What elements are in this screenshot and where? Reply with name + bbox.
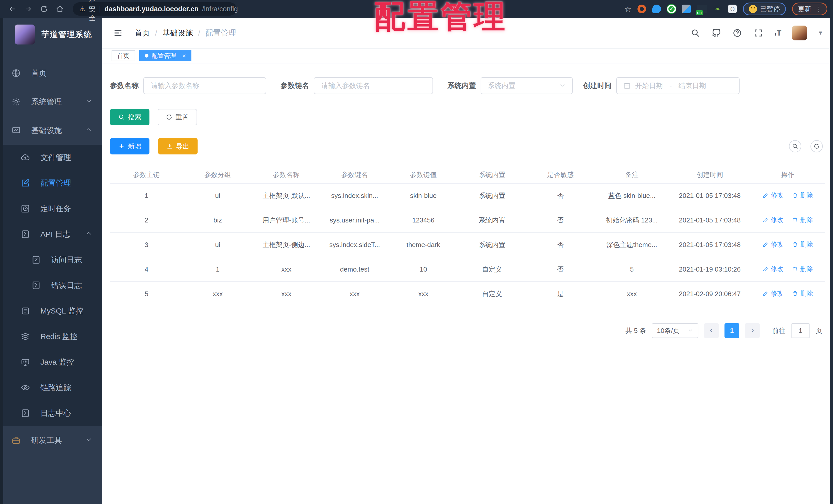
extensions-puzzle-icon[interactable]: ⬡ xyxy=(728,5,737,13)
table-row: 2 biz 用户管理-账号... sys.user.init-pa... 123… xyxy=(110,208,825,232)
user-avatar[interactable] xyxy=(792,26,807,41)
table-row: 5 xxx xxx xxx xxx 自定义 是 xxx 2021-02-09 2… xyxy=(110,281,825,306)
collapse-sidebar-icon[interactable] xyxy=(112,27,124,39)
main-area: 首页 / 基础设施 / 配置管理 тT ▼ 首页 xyxy=(102,18,833,504)
sidebar-item-log-center[interactable]: 日志中心 xyxy=(0,400,102,426)
sidebar-item-cron-job[interactable]: 定时任务 xyxy=(0,196,102,222)
extension-pin-icon[interactable] xyxy=(652,5,661,13)
refresh-icon[interactable] xyxy=(810,140,823,152)
sidebar-item-file-manage[interactable]: 文件管理 xyxy=(0,145,102,170)
param-key-input-field[interactable] xyxy=(321,81,426,90)
tag-home[interactable]: 首页 xyxy=(112,50,135,61)
help-icon[interactable] xyxy=(732,28,742,38)
goto-page-input[interactable] xyxy=(791,323,810,338)
param-key-input[interactable] xyxy=(314,77,433,94)
user-menu-caret-icon[interactable]: ▼ xyxy=(818,30,823,36)
page-size-select[interactable]: 10条/页 xyxy=(652,323,698,338)
cell: 2021-02-09 20:06:47 xyxy=(669,281,750,306)
builtin-select[interactable]: 系统内置 xyxy=(481,77,573,94)
search-icon[interactable] xyxy=(690,28,700,38)
search-button[interactable]: 搜索 xyxy=(110,109,149,125)
column-header: 参数键值 xyxy=(389,166,457,183)
table-row: 3 ui 主框架页-侧边... sys.index.sideT... theme… xyxy=(110,232,825,257)
edit-link[interactable]: 修改 xyxy=(763,264,784,273)
delete-link[interactable]: 删除 xyxy=(792,216,813,224)
table-row: 4 1 xxx demo.test 10 自定义 否 5 2021-01-19 … xyxy=(110,257,825,281)
sidebar-item-config-manage[interactable]: 配置管理 xyxy=(0,170,102,196)
chevron-down-icon xyxy=(688,327,693,335)
fullscreen-icon[interactable] xyxy=(753,28,763,38)
font-size-icon[interactable]: тT xyxy=(774,29,781,37)
close-tag-icon[interactable]: × xyxy=(182,52,186,59)
sidebar-item-java-monitor[interactable]: Java 监控 xyxy=(0,349,102,375)
window-right-edge xyxy=(830,0,833,504)
toggle-search-icon[interactable] xyxy=(789,140,801,152)
prev-page-button[interactable] xyxy=(704,323,719,338)
browser-reload-icon[interactable] xyxy=(38,2,51,16)
browser-back-icon[interactable] xyxy=(6,2,19,16)
cell: xxx xyxy=(252,281,320,306)
github-icon[interactable] xyxy=(711,28,721,38)
breadcrumb-home[interactable]: 首页 xyxy=(135,28,150,39)
sidebar-item-trace[interactable]: 链路追踪 xyxy=(0,375,102,400)
sidebar-item-access-log[interactable]: 访问日志 xyxy=(0,247,102,273)
breadcrumb-infra[interactable]: 基础设施 xyxy=(162,28,193,39)
delete-link[interactable]: 删除 xyxy=(792,191,813,199)
extension-leaf-icon[interactable]: ❧ xyxy=(713,5,722,13)
sidebar-item-infra[interactable]: 基础设施 xyxy=(0,116,102,145)
sidebar-item-home[interactable]: 首页 xyxy=(0,59,102,87)
date-start-placeholder[interactable]: 开始日期 xyxy=(635,81,663,90)
column-header: 参数分组 xyxy=(183,166,252,183)
delete-link[interactable]: 删除 xyxy=(792,264,813,273)
cell: 系统内置 xyxy=(457,183,526,208)
sidebar-item-redis-monitor[interactable]: Redis 监控 xyxy=(0,324,102,349)
browser-forward-icon[interactable] xyxy=(22,2,35,16)
breadcrumb-current: 配置管理 xyxy=(206,28,236,39)
export-button[interactable]: 导出 xyxy=(158,138,197,154)
extension-on-icon[interactable]: on xyxy=(697,5,707,13)
edit-icon xyxy=(21,178,30,188)
cell: 深色主题theme... xyxy=(594,232,669,257)
browser-home-icon[interactable] xyxy=(53,2,67,16)
tag-config-manage[interactable]: 配置管理 × xyxy=(139,50,191,61)
delete-link[interactable]: 删除 xyxy=(792,289,813,298)
date-range-picker[interactable]: 开始日期 - 结束日期 xyxy=(616,77,740,94)
add-button[interactable]: 新增 xyxy=(110,138,149,154)
app-logo-row[interactable]: 芋道管理系统 xyxy=(0,18,102,47)
edit-link[interactable]: 修改 xyxy=(763,216,784,224)
cell: 4 xyxy=(110,257,183,281)
param-name-input-field[interactable] xyxy=(150,81,259,90)
cell: 系统内置 xyxy=(457,232,526,257)
sidebar-item-system[interactable]: 系统管理 xyxy=(0,87,102,116)
cell: ui xyxy=(183,232,252,257)
cell: xxx xyxy=(252,257,320,281)
delete-link[interactable]: 删除 xyxy=(792,240,813,249)
sidebar-item-mysql-monitor[interactable]: MySQL 监控 xyxy=(0,298,102,324)
cell: 123456 xyxy=(389,208,457,232)
sidebar-item-dev-tools[interactable]: 研发工具 xyxy=(0,426,102,455)
date-end-placeholder[interactable]: 结束日期 xyxy=(679,81,706,90)
browser-extensions-area: ☆ ✓ on ❧ ⬡ 已暂停 更新 ⋮ xyxy=(624,3,827,15)
sidebar-item-api-log[interactable]: API 日志 xyxy=(0,222,102,247)
extension-orange-icon[interactable] xyxy=(638,5,646,13)
extension-grid-icon[interactable] xyxy=(682,5,691,13)
cell: 1 xyxy=(183,257,252,281)
edit-link[interactable]: 修改 xyxy=(763,240,784,249)
next-page-button[interactable] xyxy=(745,323,760,338)
reset-button[interactable]: 重置 xyxy=(158,109,197,125)
edit-link[interactable]: 修改 xyxy=(763,289,784,298)
address-bar[interactable]: ⚠ 不安全 | dashboard.yudao.iocoder.cn/infra… xyxy=(73,2,236,16)
update-button[interactable]: 更新 ⋮ xyxy=(792,3,827,15)
cell: 1 xyxy=(110,183,183,208)
dashboard-icon xyxy=(11,68,21,78)
paused-badge[interactable]: 已暂停 xyxy=(743,3,786,15)
sidebar-item-error-log[interactable]: 错误日志 xyxy=(0,273,102,298)
page-number-1[interactable]: 1 xyxy=(724,323,739,338)
browser-menu-icon[interactable]: ⋮ xyxy=(815,5,822,12)
bookmark-star-icon[interactable]: ☆ xyxy=(624,5,631,14)
param-name-input[interactable] xyxy=(143,77,266,94)
sidebar-item-label: 定时任务 xyxy=(41,204,71,214)
extension-check-icon[interactable]: ✓ xyxy=(667,5,676,13)
edit-link[interactable]: 修改 xyxy=(763,191,784,199)
total-count: 共 5 条 xyxy=(625,326,646,335)
